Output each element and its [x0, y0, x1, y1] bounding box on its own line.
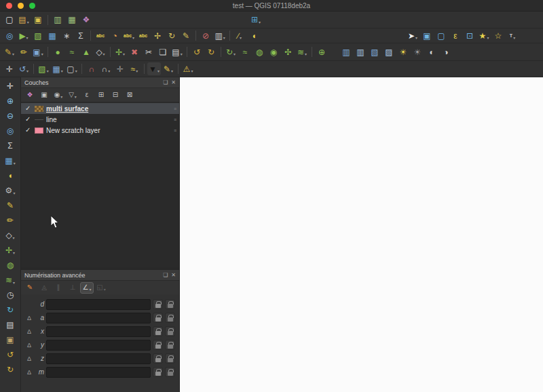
layer-deselect-button[interactable]: ⊘	[199, 29, 212, 42]
field-calculator-button[interactable]: ∗	[60, 29, 73, 42]
add-part-button[interactable]: ◉	[267, 45, 280, 58]
select-features-button[interactable]: ➤▾	[406, 29, 419, 42]
delta-toggle-z[interactable]: Δ	[25, 355, 33, 362]
full-histogram-stretch-button[interactable]: ▥	[354, 45, 367, 58]
toggle-editing-button[interactable]: ✎	[2, 198, 18, 212]
options-gear-button[interactable]: ⚙▾	[2, 183, 18, 197]
open-layer-styling-button[interactable]: ❖	[23, 90, 37, 101]
new-scratch-layer-button[interactable]: ▢▾	[65, 62, 79, 75]
map-tips-button[interactable]: ◖	[2, 168, 18, 182]
repeat-lock-y-button[interactable]	[165, 340, 175, 350]
delta-toggle-y[interactable]: Δ	[25, 342, 33, 349]
redo-button[interactable]: ↻	[2, 362, 18, 376]
move-feature-button[interactable]: ✢▾	[2, 243, 18, 257]
offset-curve-button[interactable]: ≋▾	[295, 45, 309, 58]
show-spatial-bookmarks-button[interactable]: ☆	[491, 29, 505, 42]
copy-features-button[interactable]: ❏	[156, 45, 170, 58]
add-ring-button[interactable]: ◍	[2, 258, 18, 272]
remove-layer-button[interactable]: ⊠	[123, 90, 136, 101]
map-canvas[interactable]	[180, 77, 543, 392]
zoom-window-button[interactable]	[29, 3, 35, 9]
perpendicular-constraint-button[interactable]: ⊥	[66, 282, 79, 294]
merge-features-button[interactable]: ⊕	[315, 45, 329, 58]
layer-visibility-checkbox[interactable]: ✓	[25, 105, 32, 112]
enable-advanced-digitizing-button[interactable]: ✎	[23, 282, 37, 294]
decrease-contrast-button[interactable]: ◑	[439, 45, 453, 58]
new-spatial-bookmark-button[interactable]: ★▾	[477, 29, 491, 42]
simplify-feature-button[interactable]: ≈	[238, 45, 252, 58]
temporal-controller-button[interactable]: ◷	[2, 288, 18, 302]
select-rectangle-button[interactable]: ▧	[31, 29, 45, 42]
manage-map-themes-button[interactable]: ◉▾	[52, 90, 65, 101]
coordinate-input-y[interactable]	[46, 340, 151, 351]
lock-d-button[interactable]	[153, 299, 163, 309]
refresh-map-button[interactable]: ↻	[2, 302, 18, 317]
show-layout-manager-button[interactable]: ▦	[65, 14, 79, 26]
local-histogram-stretch-button[interactable]: ▥	[339, 45, 353, 58]
zoom-out-button[interactable]: ⊖	[2, 109, 18, 123]
text-annotation-button[interactable]: T▾	[506, 29, 519, 42]
repeat-lock-z-button[interactable]	[165, 353, 175, 364]
add-ring-button[interactable]: ◍	[252, 45, 266, 58]
construction-mode-button[interactable]: ◬	[37, 282, 51, 294]
construction-guides-button[interactable]: ◱▾	[94, 282, 108, 294]
pan-map-button[interactable]: ✛	[2, 79, 18, 93]
filter-by-expression-button[interactable]: ε	[80, 90, 94, 101]
float-panel-icon[interactable]: ❏	[163, 79, 168, 85]
show-bookmarks-button[interactable]: ▤	[2, 317, 18, 332]
open-attribute-table-button[interactable]: ▦	[45, 29, 59, 42]
add-line-feature-button[interactable]: ≈	[65, 45, 79, 58]
lock-x-button[interactable]	[153, 326, 163, 336]
enable-tracing-button[interactable]: ≈▾	[128, 62, 141, 75]
add-raster-layer-button[interactable]: ▦▾	[51, 62, 64, 75]
highlight-pinned-labels-button[interactable]: abc	[136, 29, 150, 42]
save-project-button[interactable]: ▣	[31, 14, 45, 26]
add-vector-layer-button[interactable]: ▧▾	[37, 62, 50, 75]
minimize-window-button[interactable]	[18, 3, 24, 9]
statistical-summary-button[interactable]: Σ	[2, 138, 18, 153]
messages-warning-button[interactable]: ⚠▾	[181, 62, 195, 75]
filter-legend-button[interactable]: ▽▾	[66, 90, 79, 101]
parallel-constraint-button[interactable]: ∥	[52, 282, 65, 294]
common-angle-snapping-button[interactable]: ∠▾	[80, 282, 94, 294]
layer-visibility-checkbox[interactable]: ✓	[25, 127, 32, 134]
coordinate-input-m[interactable]	[46, 367, 151, 378]
measure-line-button[interactable]: ∕▾	[233, 29, 246, 42]
statistical-summary-button[interactable]: Σ	[74, 29, 88, 42]
coordinate-input-d[interactable]	[46, 299, 151, 310]
repeat-lock-d-button[interactable]	[165, 299, 175, 309]
delete-selected-button[interactable]: ✖	[128, 45, 141, 58]
add-point-feature-button[interactable]: ●	[51, 45, 64, 58]
float-panel-icon[interactable]: ❏	[163, 272, 168, 278]
zoom-to-selection-button[interactable]: ⊡	[463, 29, 476, 42]
delta-toggle-x[interactable]: Δ	[25, 328, 33, 335]
open-data-source-manager-button[interactable]: ⊞▾	[249, 14, 263, 26]
move-feature-button[interactable]: ✢▾	[113, 45, 127, 58]
repeat-lock-a-button[interactable]	[165, 313, 175, 323]
clipboard-button[interactable]: ▣	[2, 332, 18, 347]
add-feature-button[interactable]: ✏	[2, 213, 18, 227]
decrease-brightness-button[interactable]: ☀	[411, 45, 424, 58]
reshape-features-button[interactable]: ✣	[281, 45, 295, 58]
vertex-tool-button[interactable]: ◇▾	[94, 45, 107, 58]
cut-features-button[interactable]: ✂	[142, 45, 155, 58]
coordinate-input-a[interactable]	[46, 313, 151, 324]
identify-features-button[interactable]: ◎	[2, 123, 18, 138]
zoom-in-button[interactable]: ⊕	[2, 94, 18, 108]
layer-row-multi-surface[interactable]: ✓multi surface≡	[21, 103, 179, 114]
undo-button[interactable]: ↺	[190, 45, 204, 58]
repeat-lock-x-button[interactable]	[165, 326, 175, 336]
topological-editing-button[interactable]: ✛	[113, 62, 127, 75]
delta-toggle-m[interactable]: Δ	[25, 369, 33, 376]
save-layer-edits-button[interactable]: ▣▾	[31, 45, 45, 58]
layer-labeling-button[interactable]: abc	[94, 29, 107, 42]
layer-row-new-scratch-layer[interactable]: ✓New scratch layer≡	[21, 125, 179, 136]
zoom-last-button[interactable]: ↺▾	[17, 62, 31, 75]
undo-button[interactable]: ↺	[2, 347, 18, 361]
run-feature-action-button[interactable]: ▶▾	[17, 29, 31, 42]
vertex-tool-button[interactable]: ◇▾	[2, 228, 18, 242]
coordinate-input-x[interactable]	[46, 326, 151, 337]
map-tips-button[interactable]: ◖	[247, 29, 261, 42]
layer-visibility-checkbox[interactable]: ✓	[25, 116, 32, 123]
lock-m-button[interactable]	[153, 367, 163, 377]
